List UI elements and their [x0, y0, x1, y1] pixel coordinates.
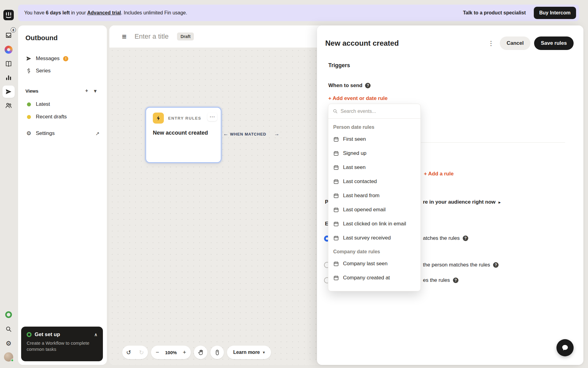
- setup-title: Get set up: [35, 332, 60, 338]
- calendar-icon: [333, 207, 339, 213]
- green-ring-icon: [5, 311, 12, 318]
- getting-started-nav-icon[interactable]: [2, 309, 15, 321]
- undo-button[interactable]: ↺: [122, 346, 135, 359]
- rule-option-1-row[interactable]: atches the rules ?: [423, 235, 468, 241]
- event-option-company-created-at[interactable]: Company created at: [328, 271, 420, 285]
- intercom-logo[interactable]: [3, 10, 14, 20]
- event-option-last-heard-from[interactable]: Last heard from: [328, 189, 420, 203]
- chevron-up-icon[interactable]: ∧: [94, 332, 97, 337]
- sidebar-item-series[interactable]: Series: [22, 65, 103, 77]
- trial-text-prefix: You have: [24, 10, 46, 15]
- calendar-icon: [333, 165, 339, 171]
- advanced-trial-link[interactable]: Advanced trial: [87, 10, 121, 15]
- series-icon: [25, 68, 32, 74]
- settings-gear-icon: ⚙: [25, 131, 32, 136]
- help-icon[interactable]: ?: [493, 262, 499, 268]
- event-option-last-clicked-link[interactable]: Last clicked on link in email: [328, 217, 420, 231]
- inbox-nav-icon[interactable]: 8: [2, 29, 15, 41]
- triggers-heading: Triggers: [328, 62, 350, 69]
- app-icon-rail: 8 ⚙: [0, 0, 17, 368]
- colorful-knot-icon: [5, 46, 13, 54]
- avatar-image: [4, 352, 13, 362]
- warning-badge-icon: !: [63, 56, 68, 61]
- zoom-control-group: − 100% +: [151, 346, 191, 359]
- outbound-sidebar: Outbound Messages ! Series Views + ▾ Lat…: [18, 25, 107, 365]
- zoom-level: 100%: [164, 350, 178, 355]
- reports-nav-icon[interactable]: [2, 71, 15, 84]
- event-option-company-last-seen[interactable]: Company last seen: [328, 257, 420, 271]
- arrow-right-icon: →: [274, 131, 279, 137]
- get-set-up-card[interactable]: Get set up ∧ Create a Workflow to comple…: [21, 327, 103, 361]
- user-avatar[interactable]: [2, 351, 15, 363]
- sidebar-item-latest[interactable]: Latest: [22, 98, 103, 110]
- setup-subtitle: Create a Workflow to complete common tas…: [27, 340, 91, 353]
- calendar-icon: [333, 179, 339, 185]
- event-option-last-opened-email[interactable]: Last opened email: [328, 203, 420, 217]
- help-icon[interactable]: ?: [453, 278, 458, 283]
- events-search-input[interactable]: [341, 109, 416, 114]
- entry-rules-node[interactable]: ENTRY RULES ⋯ New account created: [145, 107, 221, 163]
- menu-icon[interactable]: ≡: [122, 33, 126, 40]
- kebab-menu-button[interactable]: ⋮: [485, 37, 497, 49]
- panel-header: New account created ⋮ Cancel Save rules: [325, 36, 574, 50]
- add-a-rule-link[interactable]: + Add a rule: [424, 171, 454, 177]
- event-option-first-seen[interactable]: First seen: [328, 132, 420, 146]
- sidebar-item-recent-drafts[interactable]: Recent drafts: [22, 111, 103, 123]
- search-icon: [333, 109, 338, 114]
- events-search-row: [328, 104, 420, 119]
- series-label: Series: [36, 68, 51, 74]
- rule-option-3-row[interactable]: es the rules ?: [423, 277, 458, 283]
- pan-hand-tool-button[interactable]: [194, 346, 207, 359]
- redo-button[interactable]: ↻: [135, 346, 148, 359]
- workflow-title-input[interactable]: Enter a title: [134, 33, 168, 40]
- event-option-signed-up[interactable]: Signed up: [328, 146, 420, 160]
- settings-nav-icon[interactable]: ⚙: [2, 337, 15, 349]
- messages-label: Messages: [36, 56, 59, 62]
- entry-rules-label: ENTRY RULES: [168, 116, 201, 121]
- add-event-or-date-rule-link[interactable]: + Add event or date rule: [328, 95, 388, 102]
- save-rules-button[interactable]: Save rules: [534, 36, 574, 50]
- event-option-last-seen[interactable]: Last seen: [328, 160, 420, 174]
- cancel-button[interactable]: Cancel: [500, 36, 530, 50]
- select-pointer-tool-button[interactable]: [210, 346, 224, 359]
- latest-dot-icon: [25, 102, 32, 106]
- chat-bubble-icon: [561, 344, 569, 352]
- sidebar-item-messages[interactable]: Messages !: [22, 52, 103, 65]
- zoom-in-button[interactable]: +: [178, 346, 191, 359]
- event-option-last-contacted[interactable]: Last contacted: [328, 174, 420, 189]
- calendar-icon: [333, 235, 339, 241]
- online-status-dot: [11, 359, 14, 362]
- learn-more-button[interactable]: Learn more ▾: [227, 346, 271, 359]
- search-nav-icon[interactable]: [2, 323, 15, 335]
- calendar-icon: [333, 261, 339, 267]
- entry-card-menu-button[interactable]: ⋯: [207, 113, 217, 121]
- knowledge-nav-icon[interactable]: [2, 58, 15, 70]
- talk-to-specialist-link[interactable]: Talk to a product specialist: [463, 10, 526, 16]
- audience-right-now-link[interactable]: re in your audience right now ▸: [423, 199, 501, 205]
- outbound-nav-icon[interactable]: [2, 86, 15, 98]
- event-option-last-survey-received[interactable]: Last survey received: [328, 231, 420, 245]
- messenger-launcher-button[interactable]: [556, 339, 574, 356]
- help-icon[interactable]: ?: [463, 236, 468, 241]
- external-link-icon: ↗: [96, 131, 100, 136]
- audience-fragment-text: re in your audience right now: [423, 199, 496, 205]
- help-icon[interactable]: ?: [365, 83, 371, 88]
- events-list: Person date rules First seen Signed up L…: [328, 119, 420, 287]
- rule-option-2-row[interactable]: the person matches the rules ?: [423, 262, 499, 268]
- ai-automation-nav-icon[interactable]: [2, 44, 15, 56]
- send-icon: [25, 56, 32, 62]
- sidebar-item-settings[interactable]: ⚙ Settings ↗: [22, 127, 103, 140]
- learn-more-label: Learn more: [233, 350, 260, 355]
- buy-intercom-button[interactable]: Buy Intercom: [534, 7, 576, 19]
- drafts-dot-icon: [25, 115, 32, 119]
- connector-label: WHEN MATCHED: [230, 132, 266, 136]
- company-date-rules-header: Company date rules: [328, 245, 420, 257]
- sidebar-title: Outbound: [25, 34, 58, 42]
- add-view-button[interactable]: +: [82, 86, 91, 95]
- person-date-rules-header: Person date rules: [328, 121, 420, 132]
- zoom-out-button[interactable]: −: [151, 346, 164, 359]
- collapse-views-button[interactable]: ▾: [91, 86, 100, 95]
- event-option-label: Last clicked on link in email: [343, 221, 406, 227]
- contacts-nav-icon[interactable]: [2, 99, 15, 112]
- entry-card-title: New account created: [153, 130, 208, 136]
